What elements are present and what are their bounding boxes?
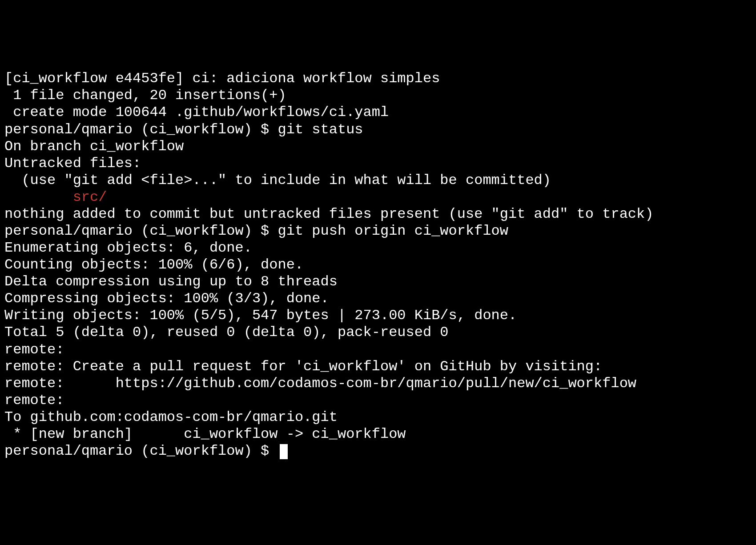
- push-total-line: Total 5 (delta 0), reused 0 (delta 0), p…: [4, 324, 752, 341]
- push-writing-line: Writing objects: 100% (5/5), 547 bytes |…: [4, 307, 752, 324]
- status-untracked-header-line: Untracked files:: [4, 155, 752, 172]
- prompt-prefix: personal/qmario (ci_workflow) $: [4, 121, 278, 138]
- terminal-cursor[interactable]: [280, 444, 288, 459]
- status-branch-line: On branch ci_workflow: [4, 138, 752, 155]
- commit-header-line: [ci_workflow e4453fe] ci: adiciona workf…: [4, 70, 752, 87]
- push-remote-line-3: remote: https://github.com/codamos-com-b…: [4, 375, 752, 392]
- push-remote-line-1: remote:: [4, 341, 752, 358]
- status-nothing-line: nothing added to commit but untracked fi…: [4, 206, 752, 223]
- prompt-line-3: personal/qmario (ci_workflow) $: [4, 443, 752, 460]
- push-to-line: To github.com:codamos-com-br/qmario.git: [4, 409, 752, 426]
- commit-stat-line: 1 file changed, 20 insertions(+): [4, 87, 752, 104]
- untracked-file-name: src/: [73, 189, 107, 205]
- status-untracked-hint-line: (use "git add <file>..." to include in w…: [4, 172, 752, 189]
- push-delta-line: Delta compression using up to 8 threads: [4, 273, 752, 290]
- push-remote-line-2: remote: Create a pull request for 'ci_wo…: [4, 358, 752, 375]
- push-remote-line-4: remote:: [4, 392, 752, 409]
- prompt-prefix: personal/qmario (ci_workflow) $: [4, 443, 278, 459]
- push-counting-line: Counting objects: 100% (6/6), done.: [4, 256, 752, 273]
- prompt-prefix: personal/qmario (ci_workflow) $: [4, 223, 278, 239]
- command-git-push: git push origin ci_workflow: [278, 223, 508, 239]
- status-untracked-file-line: src/: [4, 189, 752, 206]
- commit-create-line: create mode 100644 .github/workflows/ci.…: [4, 104, 752, 121]
- prompt-line-1: personal/qmario (ci_workflow) $ git stat…: [4, 121, 752, 138]
- terminal-output[interactable]: [ci_workflow e4453fe] ci: adiciona workf…: [4, 70, 752, 460]
- command-git-status: git status: [278, 121, 363, 138]
- push-compressing-line: Compressing objects: 100% (3/3), done.: [4, 290, 752, 307]
- push-newbranch-line: * [new branch] ci_workflow -> ci_workflo…: [4, 426, 752, 443]
- untracked-file-indent: [4, 189, 73, 205]
- push-enumerating-line: Enumerating objects: 6, done.: [4, 240, 752, 256]
- prompt-line-2: personal/qmario (ci_workflow) $ git push…: [4, 223, 752, 240]
